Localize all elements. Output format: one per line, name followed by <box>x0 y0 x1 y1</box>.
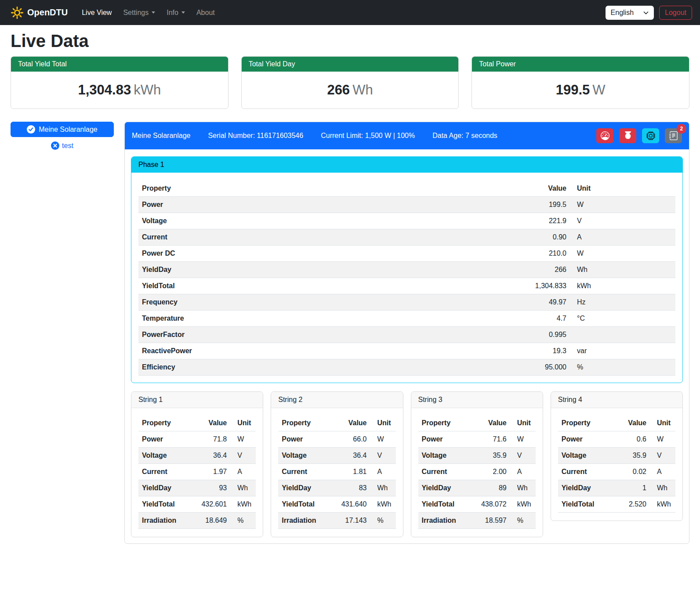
string-title: String 4 <box>551 392 682 408</box>
summary-card-title: Total Yield Day <box>242 57 459 72</box>
nav-item-about[interactable]: About <box>192 5 219 20</box>
table-row: Current0.02A <box>558 464 675 480</box>
brand-label: OpenDTU <box>27 7 68 18</box>
property-cell: Current <box>278 464 330 480</box>
inverter-select-label: Meine Solaranlage <box>39 126 97 134</box>
nav-item-live-view[interactable]: Live View <box>77 5 116 20</box>
unit-cell: V <box>570 213 675 229</box>
unit-cell: V <box>650 448 675 464</box>
string-title: String 1 <box>131 392 263 408</box>
summary-card-unit: W <box>592 82 605 98</box>
table-row: Power199.5W <box>138 197 675 213</box>
value-cell: 95.000 <box>397 359 570 376</box>
property-cell: Power DC <box>138 246 397 262</box>
nav-right: English Logout <box>606 6 692 20</box>
table-row: YieldTotal432.601kWh <box>138 496 256 513</box>
summary-card-total-yield-day: Total Yield Day 266Wh <box>241 56 459 109</box>
property-cell: YieldDay <box>138 262 397 278</box>
string-table: Property Value Unit Power0.6WVoltage35.9… <box>558 415 675 513</box>
property-cell: ReactivePower <box>138 343 397 359</box>
value-cell: 83 <box>330 480 370 496</box>
device-info-button[interactable] <box>642 128 659 143</box>
table-row: Power71.8W <box>138 431 256 448</box>
language-select[interactable]: English <box>606 6 654 20</box>
value-cell: 431.640 <box>330 496 370 513</box>
event-log-button[interactable]: 2 <box>665 128 682 143</box>
unit-cell: A <box>650 464 675 480</box>
speedometer-icon <box>601 131 609 140</box>
summary-card-unit: kWh <box>134 82 161 98</box>
power-icon <box>624 131 632 140</box>
phase-body: Property Value Unit Power199.5WVoltage22… <box>131 173 682 383</box>
table-row: YieldTotal438.072kWh <box>418 496 536 513</box>
inverter-limit: Current Limit: 1,500 W | 100% <box>321 132 415 140</box>
value-cell: 266 <box>397 262 570 278</box>
table-row: Irradiation17.143% <box>278 513 395 529</box>
unit-cell: % <box>370 513 396 529</box>
table-row: Frequency49.97Hz <box>138 294 675 311</box>
table-row: YieldDay83Wh <box>278 480 395 496</box>
property-cell: Voltage <box>138 213 397 229</box>
unit-cell: W <box>570 197 675 213</box>
property-cell: Power <box>138 197 397 213</box>
unit-cell <box>570 327 675 343</box>
limit-settings-button[interactable] <box>596 128 613 143</box>
logout-button[interactable]: Logout <box>659 6 692 20</box>
table-row: YieldTotal2.520kWh <box>558 496 675 513</box>
inverter-name: Meine Solaranlage <box>132 132 190 140</box>
caret-down-icon <box>152 11 155 14</box>
inverter-select-button-test[interactable]: test <box>11 141 114 150</box>
string-body: Property Value Unit Power71.8WVoltage36.… <box>131 408 263 537</box>
nav-item-label: Settings <box>123 9 149 17</box>
unit-cell: Wh <box>650 480 675 496</box>
value-cell: 36.4 <box>330 448 370 464</box>
brand[interactable]: OpenDTU <box>11 6 68 19</box>
value-cell: 35.9 <box>470 448 510 464</box>
string-body: Property Value Unit Power66.0WVoltage36.… <box>271 408 403 537</box>
phase-table: Property Value Unit Power199.5WVoltage22… <box>138 181 675 376</box>
inverter-card: Meine Solaranlage Serial Number: 1161716… <box>124 122 689 544</box>
table-row: YieldDay1Wh <box>558 480 675 496</box>
unit-cell: W <box>370 431 396 448</box>
summary-card-total-yield-total: Total Yield Total 1,304.83kWh <box>11 56 228 109</box>
table-row: Power71.6W <box>418 431 536 448</box>
value-cell: 66.0 <box>330 431 370 448</box>
sun-logo-icon <box>11 6 24 19</box>
unit-cell: A <box>370 464 396 480</box>
property-cell: YieldTotal <box>138 496 190 513</box>
table-row: Temperature4.7°C <box>138 311 675 327</box>
property-cell: Temperature <box>138 311 397 327</box>
caret-down-icon <box>181 11 185 14</box>
unit-cell: A <box>230 464 256 480</box>
nav-item-settings[interactable]: Settings <box>119 5 160 20</box>
value-cell: 18.649 <box>190 513 230 529</box>
value-cell: 17.143 <box>330 513 370 529</box>
nav-item-info[interactable]: Info <box>162 5 189 20</box>
column-unit: Unit <box>230 415 256 431</box>
language-select-value: English <box>611 9 634 17</box>
table-row: Voltage36.4V <box>138 448 256 464</box>
summary-card-value: 1,304.83 <box>78 82 131 98</box>
value-cell: 2.00 <box>470 464 510 480</box>
unit-cell: kWh <box>230 496 256 513</box>
nav-item-label: About <box>196 9 215 17</box>
cpu-icon <box>646 131 655 140</box>
string-card-3: String 3 Property Value Unit <box>411 391 543 537</box>
unit-cell: kWh <box>370 496 396 513</box>
string-body: Property Value Unit Power71.6WVoltage35.… <box>411 408 543 537</box>
value-cell: 1 <box>614 480 650 496</box>
value-cell: 210.0 <box>397 246 570 262</box>
column-unit: Unit <box>370 415 396 431</box>
unit-cell: Wh <box>570 262 675 278</box>
table-row: Voltage36.4V <box>278 448 395 464</box>
inverter-select-button-meine-solaranlage[interactable]: Meine Solaranlage <box>11 122 114 137</box>
property-cell: YieldTotal <box>138 278 397 294</box>
inverter-select-label: test <box>62 142 73 150</box>
power-settings-button[interactable] <box>619 128 636 143</box>
inverter-header-texts: Meine Solaranlage Serial Number: 1161716… <box>132 132 497 140</box>
property-cell: YieldDay <box>138 480 190 496</box>
property-cell: Irradiation <box>138 513 190 529</box>
value-cell: 89 <box>470 480 510 496</box>
summary-row: Total Yield Total 1,304.83kWh Total Yiel… <box>11 56 689 109</box>
unit-cell: V <box>370 448 396 464</box>
